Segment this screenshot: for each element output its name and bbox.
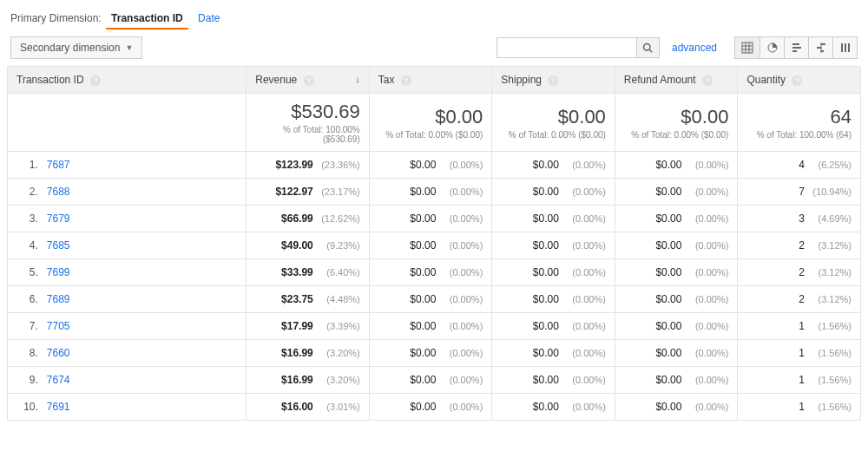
row-index: 10.	[8, 394, 42, 421]
col-tax[interactable]: Tax ?	[369, 67, 492, 94]
row-shipping: $0.00(0.00%)	[492, 394, 615, 421]
summary-row: $530.69% of Total: 100.00% ($530.69) $0.…	[8, 94, 861, 152]
view-pie-button[interactable]	[760, 37, 784, 58]
row-transaction-id: 7691	[42, 394, 247, 421]
row-tax: $0.00(0.00%)	[369, 286, 492, 313]
table-row: 4.7685$49.00(9.23%)$0.00(0.00%)$0.00(0.0…	[8, 232, 861, 259]
row-index: 6.	[8, 286, 42, 313]
transaction-link[interactable]: 7699	[47, 266, 70, 278]
col-shipping[interactable]: Shipping ?	[492, 67, 615, 94]
row-revenue: $122.97(23.17%)	[247, 179, 370, 206]
row-refund: $0.00(0.00%)	[615, 232, 738, 259]
primary-dimension-label: Primary Dimension:	[10, 12, 102, 24]
row-shipping: $0.00(0.00%)	[492, 179, 615, 206]
row-index: 7.	[8, 313, 42, 340]
summary-quantity: 64% of Total: 100.00% (64)	[738, 94, 861, 152]
row-shipping: $0.00(0.00%)	[492, 206, 615, 232]
transaction-link[interactable]: 7660	[47, 347, 70, 359]
search-button[interactable]	[636, 38, 659, 57]
row-shipping: $0.00(0.00%)	[492, 232, 615, 259]
row-quantity: 2(3.12%)	[738, 232, 861, 259]
row-refund: $0.00(0.00%)	[615, 394, 738, 421]
row-revenue: $49.00(9.23%)	[247, 232, 370, 259]
view-bar-button[interactable]	[784, 37, 808, 58]
row-tax: $0.00(0.00%)	[369, 179, 492, 206]
row-revenue: $16.99(3.20%)	[247, 367, 370, 394]
row-tax: $0.00(0.00%)	[369, 367, 492, 394]
table-row: 6.7689$23.75(4.48%)$0.00(0.00%)$0.00(0.0…	[8, 286, 861, 313]
row-tax: $0.00(0.00%)	[369, 313, 492, 340]
row-shipping: $0.00(0.00%)	[492, 286, 615, 313]
row-tax: $0.00(0.00%)	[369, 232, 492, 259]
transaction-link[interactable]: 7679	[47, 212, 70, 225]
primary-dimension-selector: Primary Dimension: Transaction ID Date	[7, 3, 861, 29]
comparison-icon	[815, 42, 827, 54]
row-shipping: $0.00(0.00%)	[492, 259, 615, 286]
transaction-link[interactable]: 7689	[47, 293, 70, 305]
view-pivot-button[interactable]	[832, 37, 857, 58]
summary-tax: $0.00% of Total: 0.00% ($0.00)	[369, 94, 492, 152]
row-refund: $0.00(0.00%)	[615, 286, 738, 313]
row-revenue: $16.99(3.20%)	[247, 340, 370, 367]
row-transaction-id: 7705	[42, 313, 247, 340]
transaction-link[interactable]: 7674	[47, 374, 70, 386]
col-quantity[interactable]: Quantity ?	[738, 67, 861, 94]
primary-dimension-transaction-id[interactable]: Transaction ID	[106, 9, 188, 29]
search-input[interactable]	[497, 38, 636, 57]
row-quantity: 1(1.56%)	[738, 313, 861, 340]
row-transaction-id: 7685	[42, 232, 247, 259]
row-tax: $0.00(0.00%)	[369, 152, 492, 179]
svg-point-0	[644, 44, 651, 51]
row-index: 3.	[8, 206, 42, 232]
sort-desc-icon: ↓	[355, 74, 360, 84]
view-comparison-button[interactable]	[808, 37, 832, 58]
row-revenue: $66.99(12.62%)	[247, 206, 370, 232]
row-revenue: $23.75(4.48%)	[247, 286, 370, 313]
table-row: 7.7705$17.99(3.39%)$0.00(0.00%)$0.00(0.0…	[8, 313, 861, 340]
row-quantity: 1(1.56%)	[738, 367, 861, 394]
primary-dimension-date[interactable]: Date	[193, 9, 225, 28]
help-icon: ?	[90, 75, 101, 86]
help-icon: ?	[548, 75, 558, 86]
help-icon: ?	[792, 75, 802, 86]
transaction-link[interactable]: 7705	[47, 320, 70, 332]
search-icon	[642, 42, 653, 53]
transaction-link[interactable]: 7685	[47, 239, 70, 252]
pivot-icon	[839, 42, 852, 54]
row-quantity: 2(3.12%)	[738, 259, 861, 286]
row-revenue: $123.99(23.36%)	[247, 152, 370, 179]
row-transaction-id: 7679	[42, 206, 247, 232]
transaction-link[interactable]: 7688	[47, 186, 70, 198]
table-row: 3.7679$66.99(12.62%)$0.00(0.00%)$0.00(0.…	[8, 206, 861, 232]
col-refund[interactable]: Refund Amount ?	[615, 67, 738, 94]
advanced-link[interactable]: advanced	[667, 42, 722, 54]
pie-icon	[766, 42, 779, 54]
search-box	[496, 37, 660, 58]
row-transaction-id: 7687	[42, 152, 247, 179]
summary-revenue: $530.69% of Total: 100.00% ($530.69)	[247, 94, 370, 152]
table-row: 10.7691$16.00(3.01%)$0.00(0.00%)$0.00(0.…	[8, 394, 861, 421]
svg-line-1	[650, 49, 653, 52]
row-shipping: $0.00(0.00%)	[492, 340, 615, 367]
row-tax: $0.00(0.00%)	[369, 206, 492, 232]
report-toolbar: Secondary dimension ▼ advanced	[7, 29, 861, 66]
help-icon: ?	[702, 75, 713, 86]
col-revenue[interactable]: Revenue ? ↓	[247, 67, 370, 94]
row-transaction-id: 7688	[42, 179, 247, 206]
row-revenue: $33.99(6.40%)	[247, 259, 370, 286]
col-transaction-id[interactable]: Transaction ID ?	[8, 67, 247, 94]
table-icon	[741, 42, 753, 54]
transaction-link[interactable]: 7691	[47, 401, 70, 413]
transactions-table: Transaction ID ? Revenue ? ↓ Tax ? Shipp…	[7, 66, 861, 421]
secondary-dimension-label: Secondary dimension	[20, 42, 120, 54]
row-index: 5.	[8, 259, 42, 286]
row-quantity: 7(10.94%)	[738, 179, 861, 206]
row-refund: $0.00(0.00%)	[615, 179, 738, 206]
table-row: 2.7688$122.97(23.17%)$0.00(0.00%)$0.00(0…	[8, 179, 861, 206]
view-table-button[interactable]	[735, 37, 760, 58]
secondary-dimension-button[interactable]: Secondary dimension ▼	[10, 36, 142, 59]
row-refund: $0.00(0.00%)	[615, 206, 738, 232]
transaction-link[interactable]: 7687	[47, 159, 70, 171]
row-quantity: 2(3.12%)	[738, 286, 861, 313]
row-shipping: $0.00(0.00%)	[492, 367, 615, 394]
